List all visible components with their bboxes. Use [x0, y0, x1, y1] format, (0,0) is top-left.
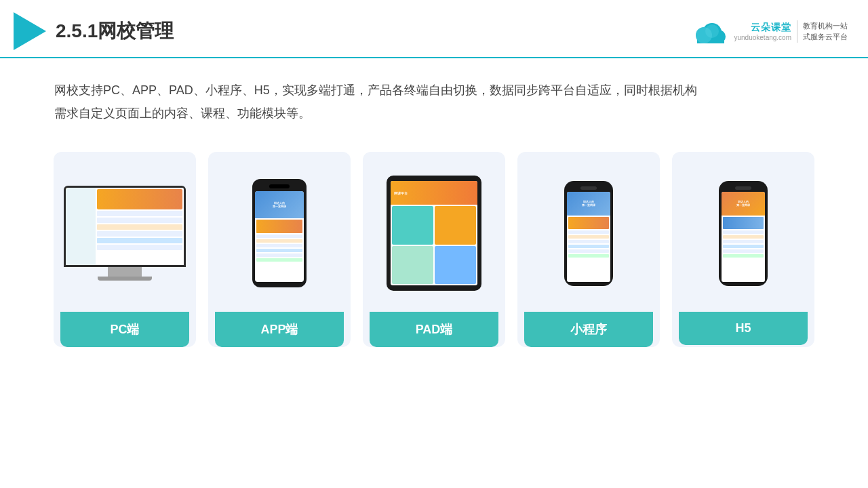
- app-image-area: 职达人的第一堂网课: [215, 165, 344, 301]
- description-paragraph: 网校支持PC、APP、PAD、小程序、H5，实现多端打通，产品各终端自由切换，数…: [54, 79, 814, 125]
- h5-phone-screen: 职达人的第一堂网课: [722, 192, 765, 282]
- card-app: 职达人的第一堂网课 APP端: [208, 152, 351, 347]
- brand-logo: 云朵课堂 yunduoketang.com 教育机构一站 式服务云平台: [690, 18, 848, 45]
- h5-phone-notch: [735, 186, 751, 190]
- pad-tablet-icon: 网课平台: [387, 176, 481, 291]
- phone-notch: [269, 184, 290, 188]
- miniapp-image-area: 职达人的第一堂网课: [524, 165, 653, 301]
- card-app-label: APP端: [215, 312, 344, 347]
- pad-image-area: 网课平台: [370, 165, 498, 301]
- card-miniapp-label: 小程序: [524, 312, 653, 347]
- small-phone-notch: [580, 186, 597, 190]
- h5-phone-banner-text: 职达人的第一堂网课: [736, 200, 750, 207]
- description-text: 网校支持PC、APP、PAD、小程序、H5，实现多端打通，产品各终端自由切换，数…: [0, 58, 868, 138]
- page-title: 2.5.1网校管理: [56, 18, 174, 44]
- h5-phone-icon: 职达人的第一堂网课: [719, 181, 768, 286]
- phone-screen: 职达人的第一堂网课: [255, 191, 304, 282]
- card-h5-label: H5: [679, 312, 808, 345]
- brand-name: 云朵课堂: [751, 22, 791, 34]
- brand-tagline: 教育机构一站 式服务云平台: [797, 20, 848, 43]
- logo-triangle-icon: [14, 12, 46, 50]
- app-phone-icon: 职达人的第一堂网课: [252, 179, 307, 287]
- card-pad-label: PAD端: [370, 312, 498, 347]
- card-h5: 职达人的第一堂网课 H5: [672, 152, 814, 347]
- miniapp-phone-icon: 职达人的第一堂网课: [564, 181, 613, 286]
- phone-banner-text: 职达人的第一堂网课: [273, 201, 286, 208]
- card-pad: 网课平台 PAD端: [363, 152, 505, 347]
- card-miniapp: 职达人的第一堂网课 小程序: [517, 152, 660, 347]
- small-phone-banner-text: 职达人的第一堂网课: [582, 200, 595, 207]
- card-pc: PC端: [54, 152, 196, 347]
- brand-text: 云朵课堂 yunduoketang.com: [734, 22, 791, 41]
- card-pc-label: PC端: [60, 312, 189, 347]
- pc-monitor-icon: [64, 186, 186, 281]
- svg-point-5: [705, 24, 719, 38]
- cards-container: PC端 职达人的第一堂网课: [0, 138, 868, 367]
- small-phone-screen: 职达人的第一堂网课: [567, 192, 610, 282]
- brand-url: yunduoketang.com: [734, 34, 791, 41]
- h5-image-area: 职达人的第一堂网课: [679, 165, 808, 301]
- pc-image-area: [60, 165, 189, 301]
- header: 2.5.1网校管理 云朵课堂 yunduoketang.com 教育机构一站 式…: [0, 0, 868, 58]
- cloud-icon: [690, 18, 728, 45]
- tablet-screen: 网课平台: [391, 181, 477, 285]
- header-left: 2.5.1网校管理: [14, 12, 174, 50]
